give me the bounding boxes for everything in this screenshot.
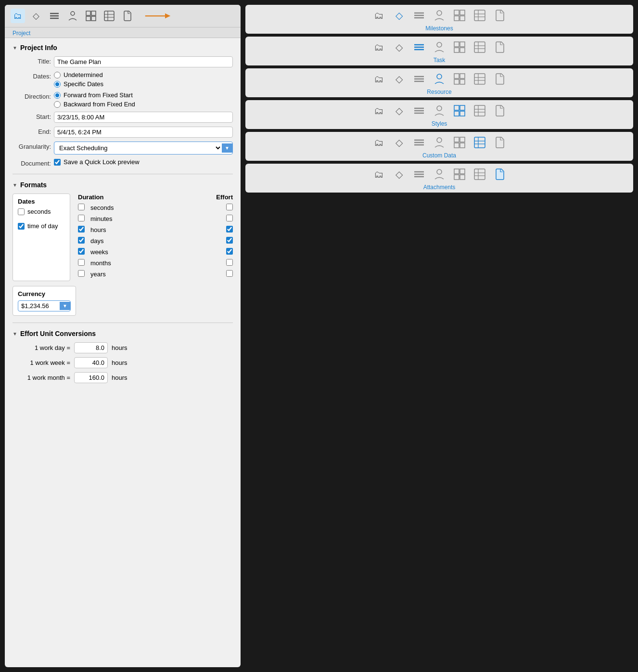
dates-specific-radio[interactable] bbox=[54, 81, 61, 88]
dates-specific[interactable]: Specific Dates bbox=[54, 80, 233, 88]
project-toolbar-icon[interactable]: 🗂 bbox=[11, 9, 25, 23]
attachments-toolbar-icon[interactable] bbox=[120, 9, 135, 23]
styles-customdata-icon[interactable] bbox=[472, 103, 487, 118]
milestones-customdata-icon[interactable] bbox=[472, 8, 487, 23]
milestones-card[interactable]: 🗂 ◇ Milestones bbox=[245, 5, 633, 34]
project-info-header[interactable]: ▼ Project Info bbox=[13, 44, 233, 52]
milestones-styles-icon[interactable] bbox=[452, 8, 467, 23]
task-project-icon[interactable]: 🗂 bbox=[371, 39, 386, 55]
task-milestone-icon[interactable]: ◇ bbox=[391, 39, 407, 55]
attachments-task-icon[interactable] bbox=[411, 167, 427, 182]
attachments-card[interactable]: 🗂 ◇ Attachments bbox=[245, 164, 633, 193]
resource-task-icon[interactable] bbox=[411, 71, 427, 87]
effort-conversions-header[interactable]: ▼ Effort Unit Conversions bbox=[13, 330, 233, 337]
direction-backward[interactable]: Backward from Fixed End bbox=[54, 101, 233, 108]
resource-milestone-icon[interactable]: ◇ bbox=[391, 71, 407, 87]
styles-card[interactable]: 🗂 ◇ Styles bbox=[245, 100, 633, 129]
start-input[interactable] bbox=[54, 112, 233, 123]
milestone-toolbar-icon[interactable]: ◇ bbox=[29, 9, 43, 23]
document-row: Document: Save a Quick Look preview bbox=[13, 158, 233, 167]
dates-col-header: Dates bbox=[18, 198, 65, 205]
attachments-milestone-icon[interactable]: ◇ bbox=[391, 167, 407, 182]
direction-forward-radio[interactable] bbox=[54, 92, 61, 99]
document-checkbox-item[interactable]: Save a Quick Look preview bbox=[54, 158, 233, 166]
document-checkbox[interactable] bbox=[54, 159, 61, 166]
custom-data-toolbar-icon[interactable] bbox=[102, 9, 116, 23]
dates-undetermined-radio[interactable] bbox=[54, 72, 61, 78]
granularity-select[interactable]: Exact Scheduling bbox=[54, 142, 222, 154]
title-value[interactable] bbox=[54, 56, 233, 67]
granularity-select-wrapper[interactable]: Exact Scheduling ▼ bbox=[54, 142, 233, 155]
effort-week-input[interactable] bbox=[74, 357, 108, 368]
effort-day-input[interactable] bbox=[74, 342, 108, 353]
direction-forward[interactable]: Forward from Fixed Start bbox=[54, 91, 233, 99]
duration-days-check[interactable] bbox=[78, 237, 85, 244]
dates-timeofday-item[interactable]: time of day bbox=[18, 222, 65, 230]
resource-resource-icon[interactable] bbox=[432, 71, 447, 87]
attachments-customdata-icon[interactable] bbox=[472, 167, 487, 182]
duration-months-check[interactable] bbox=[78, 259, 85, 266]
dates-undetermined[interactable]: Undetermined bbox=[54, 71, 233, 78]
resource-project-icon[interactable]: 🗂 bbox=[371, 71, 386, 87]
resource-styles-icon[interactable] bbox=[452, 71, 467, 87]
currency-select[interactable]: $1,234.56 ▼ bbox=[18, 300, 71, 311]
duration-years-check[interactable] bbox=[78, 270, 85, 277]
styles-resource-icon[interactable] bbox=[432, 103, 447, 118]
customdata-milestone-icon[interactable]: ◇ bbox=[391, 135, 407, 150]
styles-milestone-icon[interactable]: ◇ bbox=[391, 103, 407, 118]
customdata-project-icon[interactable]: 🗂 bbox=[371, 135, 386, 150]
task-customdata-icon[interactable] bbox=[472, 39, 487, 55]
effort-years-check[interactable] bbox=[226, 270, 233, 277]
end-input[interactable] bbox=[54, 127, 233, 138]
formats-header[interactable]: ▼ Formats bbox=[13, 181, 233, 189]
milestones-milestone-icon[interactable]: ◇ bbox=[391, 8, 407, 23]
customdata-styles-icon[interactable] bbox=[452, 135, 467, 150]
attachments-resource-icon[interactable] bbox=[432, 167, 447, 182]
effort-month-input[interactable] bbox=[74, 372, 108, 383]
styles-toolbar-icon[interactable] bbox=[84, 9, 98, 23]
styles-styles-icon[interactable] bbox=[452, 103, 467, 118]
attachments-styles-icon[interactable] bbox=[452, 167, 467, 182]
duration-seconds-check[interactable] bbox=[78, 204, 85, 210]
svg-rect-54 bbox=[454, 105, 459, 110]
resource-toolbar-icon[interactable] bbox=[65, 9, 80, 23]
milestones-attachments-icon[interactable] bbox=[492, 8, 508, 23]
milestones-task-icon[interactable] bbox=[411, 8, 427, 23]
task-task-icon[interactable] bbox=[411, 39, 427, 55]
resource-card[interactable]: 🗂 ◇ Resource bbox=[245, 68, 633, 97]
task-toolbar-icon[interactable] bbox=[47, 9, 62, 23]
customdata-task-icon[interactable] bbox=[411, 135, 427, 150]
effort-seconds-check[interactable] bbox=[226, 204, 233, 210]
customdata-attachments-icon[interactable] bbox=[492, 135, 508, 150]
task-styles-icon[interactable] bbox=[452, 39, 467, 55]
effort-days-check[interactable] bbox=[226, 237, 233, 244]
task-card[interactable]: 🗂 ◇ Task bbox=[245, 37, 633, 65]
duration-weeks-check[interactable] bbox=[78, 248, 85, 255]
duration-minutes-check[interactable] bbox=[78, 215, 85, 221]
effort-hours-check[interactable] bbox=[226, 226, 233, 233]
title-input[interactable] bbox=[54, 56, 233, 67]
resource-attachments-icon[interactable] bbox=[492, 71, 508, 87]
dates-timeofday-checkbox[interactable] bbox=[18, 223, 25, 230]
duration-hours-check[interactable] bbox=[78, 226, 85, 233]
attachments-attachments-icon[interactable] bbox=[492, 167, 508, 182]
task-resource-icon[interactable] bbox=[432, 39, 447, 55]
customdata-resource-icon[interactable] bbox=[432, 135, 447, 150]
styles-task-icon[interactable] bbox=[411, 103, 427, 118]
direction-backward-radio[interactable] bbox=[54, 101, 61, 108]
effort-weeks-check[interactable] bbox=[226, 248, 233, 255]
section-divider-2 bbox=[13, 323, 233, 323]
resource-customdata-icon[interactable] bbox=[472, 71, 487, 87]
task-attachments-icon[interactable] bbox=[492, 39, 508, 55]
attachments-project-icon[interactable]: 🗂 bbox=[371, 167, 386, 182]
styles-attachments-icon[interactable] bbox=[492, 103, 508, 118]
dates-seconds-checkbox[interactable] bbox=[18, 208, 25, 215]
customdata-customdata-icon[interactable] bbox=[472, 135, 487, 150]
effort-minutes-check[interactable] bbox=[226, 215, 233, 221]
milestones-resource-icon[interactable] bbox=[432, 8, 447, 23]
effort-months-check[interactable] bbox=[226, 259, 233, 266]
customdata-card[interactable]: 🗂 ◇ Custom Data bbox=[245, 132, 633, 161]
dates-seconds-item[interactable]: seconds bbox=[18, 208, 65, 215]
styles-project-icon[interactable]: 🗂 bbox=[371, 103, 386, 118]
milestones-project-icon[interactable]: 🗂 bbox=[371, 8, 386, 23]
